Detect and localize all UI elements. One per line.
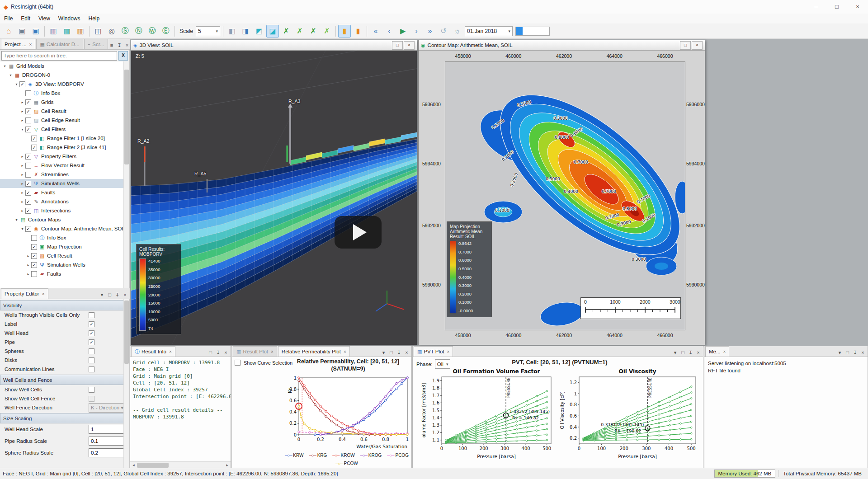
tree-checkbox[interactable]: ✓ [25, 154, 31, 160]
tree-checkbox[interactable]: ✓ [25, 190, 31, 196]
label-checkbox[interactable]: ✓ [89, 321, 94, 327]
tree-item-info-box[interactable]: ⓘInfo Box [0, 233, 129, 242]
tree-item-annotations[interactable]: ▸✓✎Annotations [0, 197, 129, 206]
tree-item-contour-maps[interactable]: ▾▤Contour Maps [0, 215, 129, 224]
well-log-plot-button[interactable]: ▥ [74, 25, 87, 38]
scrollbar-thumb[interactable] [124, 70, 129, 164]
close-icon[interactable]: × [694, 349, 702, 357]
tree-item-faults[interactable]: ▸▰Faults [0, 269, 129, 278]
restore-icon[interactable]: □ [392, 41, 403, 50]
pin-icon[interactable]: ↧ [116, 42, 123, 49]
tree-item-info-box[interactable]: ⓘInfo Box [0, 89, 129, 98]
tree-checkbox[interactable] [25, 90, 31, 96]
clear-search-button[interactable]: X [118, 51, 128, 61]
pin-icon[interactable]: ↧ [687, 349, 694, 357]
pin-icon[interactable]: ↧ [214, 349, 222, 357]
menu-windows[interactable]: Windows [54, 14, 85, 23]
expander-icon[interactable]: ▸ [25, 272, 31, 276]
draw-style-edges-button[interactable]: ◨ [239, 25, 252, 38]
tree-item-range-filter-1-i-slice-20[interactable]: ✓◧Range Filter 1 [I-slice 20] [0, 134, 129, 143]
animation-repeat-button[interactable]: ↺ [437, 25, 450, 38]
tab-result-plot[interactable]: ▥ Result Plot × [233, 346, 277, 357]
tab-close-icon[interactable]: × [447, 349, 450, 354]
expander-icon[interactable]: ▸ [19, 182, 25, 186]
show-curve-selection-checkbox[interactable] [235, 360, 241, 366]
contour-map-window-titlebar[interactable]: ◉ Contour Map: Arithmetic Mean, SOIL □ × [419, 40, 705, 51]
well-fence-direction-select[interactable]: K - Direction▾ [89, 403, 126, 413]
expander-icon[interactable]: ▸ [19, 118, 25, 122]
tree-item-intersections[interactable]: ▸✓◫Intersections [0, 206, 129, 215]
tab-close-icon[interactable]: × [42, 291, 45, 296]
expander-icon[interactable]: ▸ [19, 100, 25, 104]
open-project-button[interactable]: ⌂ [2, 25, 15, 38]
pipe-radius-scale-input[interactable] [89, 437, 126, 446]
tree-item-grid-models[interactable]: ▾▦Grid Models [0, 61, 129, 70]
scroll-right-icon[interactable]: ▸ [224, 463, 231, 467]
tree-scrollbar[interactable] [123, 61, 129, 288]
tree-checkbox[interactable]: ✓ [25, 99, 31, 105]
tree-checkbox[interactable] [25, 163, 31, 169]
spheres-checkbox[interactable] [89, 348, 94, 354]
close-icon[interactable]: × [859, 349, 867, 357]
tree-item-flow-vector-result[interactable]: ▸→Flow Vector Result [0, 161, 129, 170]
expander-icon[interactable]: ▸ [19, 191, 25, 195]
tab-close-icon[interactable]: × [169, 349, 172, 354]
legend-item-krow[interactable]: ─○─KROW [332, 453, 354, 458]
close-icon[interactable]: × [403, 349, 410, 357]
tab-calculator[interactable]: ▦ Calculator D... [36, 39, 83, 49]
tab-scripts[interactable]: ⌁ Scr... [84, 39, 108, 49]
menu-file[interactable]: File [0, 14, 17, 23]
tree-checkbox[interactable]: ✓ [25, 226, 31, 232]
pin-icon[interactable]: ↧ [395, 349, 403, 357]
tree-checkbox[interactable] [25, 172, 31, 178]
tree-item-property-filters[interactable]: ▸✓▽Property Filters [0, 152, 129, 161]
video-play-overlay[interactable] [335, 216, 382, 249]
disks-checkbox[interactable] [89, 357, 94, 363]
tree-checkbox[interactable] [25, 117, 31, 123]
scrollbar-thumb[interactable] [137, 463, 169, 468]
tree-item-faults[interactable]: ▸✓▰Faults [0, 188, 129, 197]
scrollbar-thumb[interactable] [124, 301, 129, 364]
timestep-select[interactable]: 01.Jan 2018▾ [465, 26, 513, 36]
view3d-viewport[interactable]: Z: 5 R_A3 R_A2 R_A5 Cell Results: MOBPOR… [131, 51, 417, 345]
restore-icon[interactable]: □ [680, 41, 691, 50]
tree-item-range-filter-2-j-slice-41[interactable]: ✓◧Range Filter 2 [J-slice 41] [0, 143, 129, 152]
float-icon[interactable]: □ [207, 349, 214, 357]
communication-lines-checkbox[interactable] [89, 366, 94, 372]
well-head-scale-input[interactable] [89, 425, 126, 434]
tree-item-3d-view-mobporv[interactable]: ▾✓◈3D View: MOBPORV [0, 80, 129, 89]
search-input[interactable] [1, 51, 117, 61]
chevron-down-icon[interactable]: ▾ [671, 349, 679, 357]
expander-icon[interactable]: ▾ [14, 82, 19, 86]
snapshot-view-button[interactable]: ▣ [16, 25, 28, 38]
result-info-toggle-button[interactable]: ▮ [352, 25, 364, 38]
phase-select[interactable]: Oil ▾ [435, 359, 451, 369]
menu-help[interactable]: Help [85, 14, 104, 23]
menu-view[interactable]: View [34, 14, 54, 23]
tree-checkbox[interactable]: ✓ [25, 127, 31, 132]
plot-main-window-button[interactable]: ▥ [47, 25, 60, 38]
legend-item-krw[interactable]: ─○─KRW [285, 453, 303, 458]
view-east-button[interactable]: Ⓔ [160, 25, 172, 38]
pin-icon[interactable]: ↧ [113, 291, 121, 299]
float-icon[interactable]: □ [106, 291, 113, 299]
tree-item-cell-result[interactable]: ▸✓▨Cell Result [0, 107, 129, 116]
chevron-down-icon[interactable]: ▾ [380, 349, 387, 357]
expander-icon[interactable]: ▸ [19, 209, 25, 213]
close-button[interactable]: × [847, 0, 868, 14]
close-icon[interactable]: × [404, 41, 415, 50]
chevron-down-icon[interactable]: ▾ [836, 349, 844, 357]
sphere-radius-scale-input[interactable] [89, 448, 126, 457]
tab-messages[interactable]: Me... × [705, 346, 729, 357]
summary-plot-button[interactable]: ▥ [61, 25, 73, 38]
contour-map-content[interactable]: 0.10000.10000.30000.60000.80000.20000.70… [419, 51, 705, 345]
float-icon[interactable]: □ [387, 349, 395, 357]
tree-checkbox[interactable]: ✓ [25, 199, 31, 205]
well-fence-button[interactable]: ✗ [307, 25, 320, 38]
legend-item-pcog[interactable]: ─○─PCOG [387, 453, 409, 458]
expander-icon[interactable]: ▾ [8, 73, 14, 77]
tree-item-simulation-wells[interactable]: ▸✓ΨSimulation Wells [0, 179, 129, 188]
tree-checkbox[interactable]: ✓ [31, 253, 37, 259]
tree-item-drogon-0[interactable]: ▾▦DROGON-0 [0, 70, 129, 80]
tab-relative-permeability-plot[interactable]: Relative Permeability Plot × [278, 346, 350, 357]
